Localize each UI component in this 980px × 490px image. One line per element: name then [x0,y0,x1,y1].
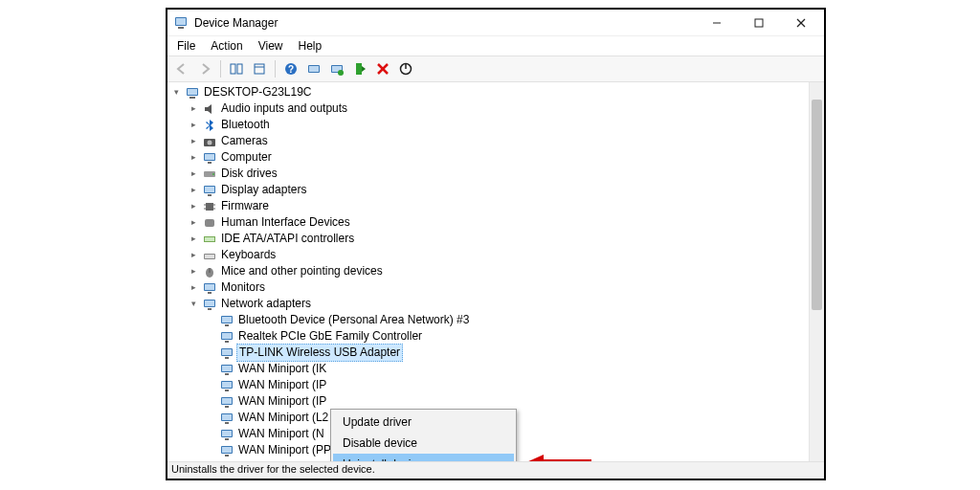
chevron-icon[interactable]: ▸ [187,200,200,213]
properties-button[interactable] [249,58,270,79]
svg-rect-28 [205,154,214,160]
tree-category[interactable]: ▸Monitors [169,279,809,296]
tree-category[interactable]: ▸Disk drives [169,166,809,182]
chevron-icon[interactable]: ▸ [187,119,200,132]
chevron-icon[interactable] [204,412,217,425]
context-update-driver[interactable]: Update driver [333,412,514,433]
chevron-icon[interactable] [204,346,217,360]
toolbar-separator [220,60,221,78]
chevron-icon[interactable]: ▸ [187,184,200,197]
window-title: Device Manager [194,16,696,30]
tree-category[interactable]: ▸Audio inputs and outputs [169,100,809,117]
update-driver-button[interactable] [326,58,347,79]
svg-rect-40 [205,219,214,227]
content-area: ▾DESKTOP-G23L19C▸Audio inputs and output… [167,82,824,461]
chevron-icon[interactable]: ▸ [187,216,200,230]
menu-file[interactable]: File [169,37,203,55]
tree-category[interactable]: ▸Cameras [169,133,809,149]
svg-rect-67 [225,390,229,391]
svg-rect-49 [208,292,212,294]
monitor-icon [202,183,217,198]
network-icon [219,329,234,345]
chevron-icon[interactable] [204,379,217,392]
chevron-icon[interactable]: ▸ [187,167,200,181]
tree-device[interactable]: Realtek PCIe GbE Family Controller [169,328,809,345]
svg-point-17 [338,70,344,76]
tree-device[interactable]: WAN Miniport (IP [169,377,809,393]
chevron-icon[interactable] [204,460,217,462]
context-disable-device[interactable]: Disable device [333,433,514,454]
tree-category[interactable]: ▸Human Interface Devices [169,214,809,231]
minimize-button[interactable] [696,11,738,35]
tree-device[interactable]: Bluetooth Device (Personal Area Network)… [169,312,809,328]
context-uninstall-device[interactable]: Uninstall device [333,454,514,461]
network-icon [219,411,234,426]
network-icon [202,297,217,312]
keyboard-icon [202,248,217,263]
tree-item-label: Bluetooth Device (Personal Area Network)… [236,312,469,328]
chevron-icon[interactable] [204,444,217,457]
tree-device[interactable]: TP-LINK Wireless USB Adapter [169,345,809,361]
scroll-thumb[interactable] [812,100,822,310]
tree-device[interactable]: WAN Miniport (IP [169,393,809,410]
chevron-icon[interactable]: ▸ [187,233,200,246]
chevron-icon[interactable] [204,395,217,409]
tree-category[interactable]: ▸Computer [169,149,809,166]
svg-rect-55 [225,324,229,326]
tree-item-label: Network adapters [219,296,311,312]
svg-rect-79 [225,455,229,457]
tree-category-network[interactable]: ▾Network adapters [169,296,809,312]
disable-device-button[interactable] [395,58,416,79]
tree-category[interactable]: ▸IDE ATA/ATAPI controllers [169,231,809,247]
tree-category[interactable]: ▸Keyboards [169,247,809,263]
chevron-icon[interactable] [204,330,217,344]
scan-hardware-button[interactable] [303,58,324,79]
tree-item-label: Mice and other pointing devices [219,263,383,279]
tree-item-label: Keyboards [219,247,276,263]
show-hide-tree-button[interactable] [226,58,247,79]
help-button[interactable]: ? [280,58,301,79]
chevron-icon[interactable]: ▾ [169,86,183,100]
chevron-icon[interactable]: ▸ [187,249,200,262]
chevron-icon[interactable] [204,363,217,376]
tree-category[interactable]: ▸Bluetooth [169,117,809,133]
chevron-icon[interactable]: ▸ [187,151,200,165]
monitor-icon [202,280,217,296]
chevron-icon[interactable]: ▸ [187,281,200,295]
tree-item-label: WAN Miniport (IP [236,377,326,393]
chevron-icon[interactable] [204,314,217,327]
menubar: File Action View Help [167,36,824,56]
back-button [171,58,192,79]
chevron-icon[interactable]: ▸ [187,102,200,116]
svg-rect-2 [178,27,184,29]
svg-rect-73 [225,422,229,424]
menu-view[interactable]: View [251,37,291,55]
tree-item-label: WAN Miniport (IK [236,361,326,377]
menu-action[interactable]: Action [203,37,250,55]
enable-device-button[interactable] [349,58,370,79]
svg-rect-42 [205,237,214,241]
tree-item-label: Disk drives [219,166,278,182]
close-button[interactable] [780,11,822,35]
menu-help[interactable]: Help [291,37,330,55]
chevron-icon[interactable]: ▸ [187,135,200,148]
svg-rect-72 [222,414,232,420]
tree-root[interactable]: ▾DESKTOP-G23L19C [169,84,809,100]
uninstall-device-button[interactable] [372,58,393,79]
chevron-icon[interactable]: ▾ [187,298,200,311]
chevron-icon[interactable] [204,428,217,441]
scrollbar-vertical[interactable] [809,82,824,461]
svg-rect-23 [188,89,197,95]
chevron-icon[interactable]: ▸ [187,265,200,278]
tree-category[interactable]: ▸Firmware [169,198,809,214]
device-tree[interactable]: ▾DESKTOP-G23L19C▸Audio inputs and output… [167,82,809,461]
maximize-button[interactable] [738,11,780,35]
tree-device[interactable]: WAN Miniport (IK [169,361,809,377]
tree-item-label: Firmware [219,198,269,214]
tree-category[interactable]: ▸Display adapters [169,182,809,198]
tree-category[interactable]: ▸Mice and other pointing devices [169,263,809,279]
tree-item-label: Display adapters [219,182,306,198]
svg-rect-76 [225,438,229,440]
tree-item-label: WAN Miniport (PP [236,458,331,461]
svg-rect-44 [205,255,214,258]
